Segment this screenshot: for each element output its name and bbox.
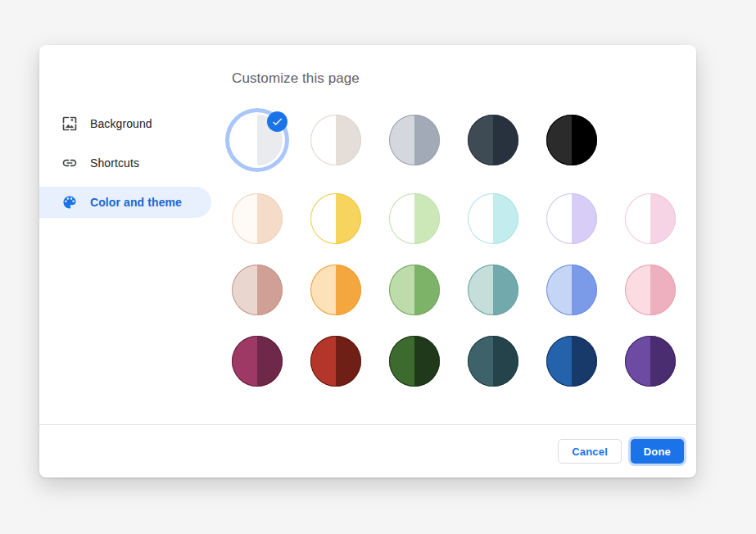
color-swatch[interactable]	[546, 115, 597, 165]
color-swatch[interactable]	[625, 193, 676, 244]
color-swatch[interactable]	[546, 336, 597, 387]
color-swatch[interactable]	[389, 265, 440, 315]
image-icon	[61, 115, 78, 132]
done-button[interactable]: Done	[631, 439, 684, 464]
color-swatch[interactable]	[232, 336, 283, 387]
color-swatch-selected[interactable]	[232, 115, 283, 165]
color-swatch[interactable]	[232, 193, 283, 244]
sidebar-item-label: Shortcuts	[90, 156, 139, 170]
page-background: { "window": { "page_background": "#f5f5f…	[0, 0, 756, 534]
dialog-title: Customize this page	[232, 70, 360, 87]
color-swatch[interactable]	[468, 265, 518, 315]
cancel-button[interactable]: Cancel	[558, 439, 622, 464]
link-icon	[61, 155, 78, 171]
footer-divider	[39, 424, 696, 425]
color-swatch[interactable]	[389, 336, 440, 387]
color-swatch[interactable]	[310, 265, 361, 315]
customize-page-dialog: Customize this page Background Shortcuts…	[39, 45, 696, 477]
color-swatch[interactable]	[310, 115, 361, 165]
sidebar-item-label: Color and theme	[90, 196, 182, 209]
selected-check-icon	[267, 111, 287, 132]
color-swatch[interactable]	[625, 265, 676, 315]
palette-icon	[61, 194, 78, 210]
swatch-row	[232, 265, 676, 315]
color-swatch[interactable]	[468, 193, 518, 244]
color-swatch[interactable]	[389, 115, 440, 165]
color-swatch[interactable]	[310, 193, 361, 244]
sidebar-item-shortcuts[interactable]: Shortcuts	[39, 147, 211, 179]
swatch-row	[232, 336, 676, 387]
swatch-row	[232, 115, 676, 165]
color-swatch[interactable]	[468, 115, 518, 165]
sidebar-item-color-and-theme[interactable]: Color and theme	[39, 187, 211, 218]
color-swatch[interactable]	[546, 265, 597, 315]
sidebar-item-label: Background	[90, 117, 152, 130]
color-swatch[interactable]	[468, 336, 518, 387]
swatch-row	[232, 193, 676, 244]
sidebar: Background Shortcuts Color and theme	[39, 108, 252, 226]
color-swatch[interactable]	[625, 336, 676, 387]
sidebar-item-background[interactable]: Background	[39, 108, 211, 139]
theme-swatch-grid	[232, 115, 676, 387]
color-swatch[interactable]	[546, 193, 597, 244]
color-swatch[interactable]	[232, 265, 283, 315]
color-swatch[interactable]	[389, 193, 440, 244]
color-swatch[interactable]	[310, 336, 361, 387]
